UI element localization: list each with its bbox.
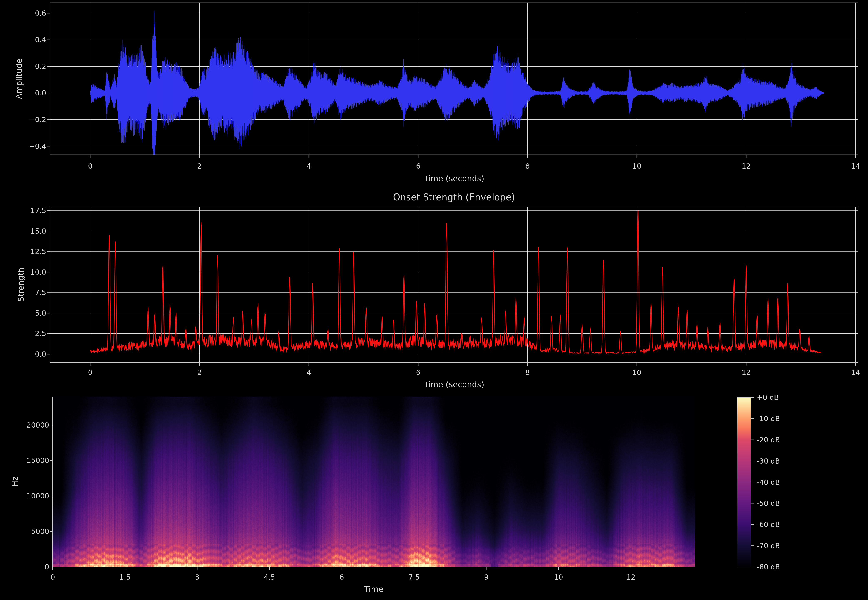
- plots-canvas: [0, 0, 868, 600]
- audio-analysis-figure: Amplitude Time (seconds) Onset Strength …: [0, 0, 868, 600]
